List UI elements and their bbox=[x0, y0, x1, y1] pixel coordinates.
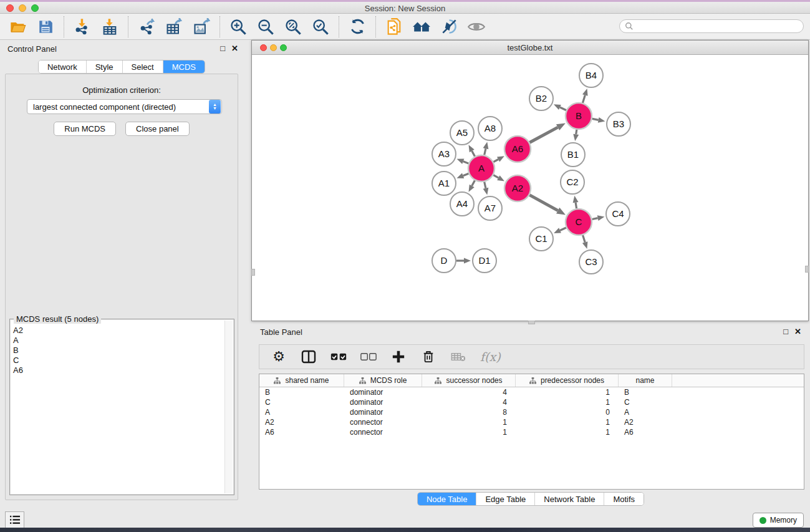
export-network-icon[interactable] bbox=[137, 17, 156, 36]
save-session-icon[interactable] bbox=[36, 17, 55, 36]
graph-edge[interactable] bbox=[463, 173, 469, 176]
tab-style[interactable]: Style bbox=[86, 60, 122, 73]
export-table-icon[interactable] bbox=[165, 17, 183, 36]
control-panel-close-icon[interactable]: ✕ bbox=[231, 44, 238, 53]
show-graphics-details-icon[interactable] bbox=[467, 17, 486, 36]
result-item[interactable]: C bbox=[13, 355, 233, 365]
table-panel-close-icon[interactable]: ✕ bbox=[794, 327, 801, 336]
session-title: Session: New Session bbox=[0, 4, 810, 13]
result-item[interactable]: A6 bbox=[13, 365, 233, 375]
graph-edge[interactable] bbox=[582, 95, 585, 103]
tab-node-table[interactable]: Node Table bbox=[418, 493, 476, 505]
graph-node-label: A4 bbox=[456, 198, 468, 209]
graph-edge[interactable] bbox=[493, 175, 498, 178]
graph-node-label: D1 bbox=[478, 255, 490, 266]
search-input[interactable] bbox=[619, 19, 804, 33]
import-table-icon[interactable] bbox=[100, 17, 119, 36]
run-mcds-button[interactable]: Run MCDS bbox=[54, 122, 116, 136]
graph-node-label: A bbox=[478, 163, 485, 173]
result-item[interactable]: A bbox=[13, 336, 233, 346]
graph-edge[interactable] bbox=[583, 235, 586, 243]
gear-icon[interactable]: ⚙ bbox=[271, 349, 287, 365]
control-panel-float-icon[interactable]: □ bbox=[220, 44, 225, 53]
zoom-fit-icon[interactable] bbox=[284, 17, 302, 36]
graph-edge[interactable] bbox=[592, 218, 598, 220]
table-row[interactable]: A2connector11A2 bbox=[259, 417, 804, 427]
select-all-icon[interactable] bbox=[330, 349, 347, 365]
zoom-selected-icon[interactable] bbox=[311, 17, 330, 36]
table-panel-float-icon[interactable]: □ bbox=[783, 327, 788, 336]
mcds-result-list[interactable]: A2 A B C A6 bbox=[11, 320, 233, 494]
graph-edge-arrow bbox=[582, 89, 588, 96]
task-history-button[interactable] bbox=[5, 511, 24, 528]
home-icon[interactable] bbox=[412, 17, 431, 36]
left-scroll-nub[interactable] bbox=[251, 269, 255, 276]
result-scrollbar[interactable] bbox=[224, 321, 233, 493]
main-toolbar bbox=[0, 14, 810, 40]
graph-edge[interactable] bbox=[529, 195, 557, 211]
node-table[interactable]: shared name MCDS role successor nodes pr… bbox=[259, 374, 804, 490]
column-header-shared-name[interactable]: shared name bbox=[259, 374, 344, 387]
graph-edge[interactable] bbox=[529, 127, 557, 142]
column-header-mcds-role[interactable]: MCDS role bbox=[344, 374, 422, 387]
graph-edge[interactable] bbox=[485, 148, 486, 155]
column-type-icon bbox=[529, 377, 536, 384]
tab-mcds[interactable]: MCDS bbox=[163, 60, 205, 73]
graph-edge[interactable] bbox=[493, 159, 498, 162]
memory-button[interactable]: Memory bbox=[753, 513, 804, 528]
column-view-icon[interactable] bbox=[301, 349, 317, 365]
table-row[interactable]: Cdominator41C bbox=[259, 397, 804, 407]
tab-network-table[interactable]: Network Table bbox=[534, 493, 604, 505]
deselect-all-icon[interactable] bbox=[360, 349, 377, 365]
delete-column-icon[interactable] bbox=[420, 349, 436, 365]
graph-edge[interactable] bbox=[592, 118, 599, 120]
graph-edge[interactable] bbox=[560, 228, 566, 230]
add-column-icon[interactable] bbox=[390, 349, 407, 365]
tab-motifs[interactable]: Motifs bbox=[604, 493, 644, 505]
graph-edge[interactable] bbox=[576, 203, 577, 209]
open-file-icon[interactable] bbox=[9, 17, 27, 36]
column-header-predecessor-nodes[interactable]: predecessor nodes bbox=[516, 374, 619, 387]
graph-edge[interactable] bbox=[485, 181, 486, 188]
graph-edge[interactable] bbox=[472, 151, 475, 157]
table-row[interactable]: Adominator80A bbox=[259, 407, 804, 417]
zoom-out-icon[interactable] bbox=[256, 17, 275, 36]
close-panel-button[interactable]: Close panel bbox=[125, 122, 190, 136]
delete-table-icon bbox=[450, 349, 466, 365]
network-canvas[interactable]: B4B2BB3B1A5A8A6A3AA1C2A2A4A7CC4C1C3DD1 bbox=[253, 56, 808, 321]
result-item[interactable]: A2 bbox=[13, 326, 233, 336]
graph-edge[interactable] bbox=[576, 130, 577, 135]
graph-node-label: B3 bbox=[613, 118, 624, 129]
graph-edge-arrow bbox=[464, 258, 471, 264]
table-row[interactable]: Bdominator41B bbox=[259, 387, 804, 397]
graph-edge[interactable] bbox=[560, 107, 566, 110]
criterion-dropdown-value: largest connected component (directed) bbox=[27, 102, 209, 112]
tab-select[interactable]: Select bbox=[122, 60, 163, 73]
desktop-background-strip bbox=[0, 528, 810, 532]
zoom-in-icon[interactable] bbox=[229, 17, 248, 36]
right-scroll-nub[interactable] bbox=[805, 266, 809, 273]
graph-edge-arrow bbox=[554, 104, 561, 110]
network-window-title: testGlobe.txt bbox=[252, 43, 808, 52]
export-image-icon[interactable] bbox=[192, 17, 211, 36]
mcds-result-group: A2 A B C A6 MCDS result (5 nodes) bbox=[9, 319, 234, 495]
column-type-icon bbox=[274, 377, 281, 384]
tab-edge-table[interactable]: Edge Table bbox=[476, 493, 534, 505]
network-window-titlebar[interactable]: testGlobe.txt bbox=[252, 41, 808, 55]
network-graph[interactable]: B4B2BB3B1A5A8A6A3AA1C2A2A4A7CC4C1C3DD1 bbox=[253, 56, 808, 321]
hide-graphics-details-icon[interactable] bbox=[440, 17, 458, 36]
column-header-successor-nodes[interactable]: successor nodes bbox=[422, 374, 516, 387]
graph-edge[interactable] bbox=[472, 180, 475, 186]
graph-edge[interactable] bbox=[463, 162, 469, 163]
result-item[interactable]: B bbox=[13, 346, 233, 355]
graph-node-label: C bbox=[576, 216, 582, 227]
criterion-dropdown[interactable]: largest connected component (directed) ▲… bbox=[27, 99, 222, 114]
graph-edge-arrow bbox=[597, 215, 605, 221]
network-document-icon[interactable] bbox=[385, 17, 403, 36]
import-network-icon[interactable] bbox=[73, 17, 92, 36]
tab-network[interactable]: Network bbox=[39, 60, 86, 73]
application-window: Session: New Session bbox=[0, 0, 810, 532]
column-header-name[interactable]: name bbox=[619, 374, 672, 387]
table-row[interactable]: A6connector11A6 bbox=[259, 427, 804, 437]
refresh-icon[interactable] bbox=[348, 17, 367, 36]
